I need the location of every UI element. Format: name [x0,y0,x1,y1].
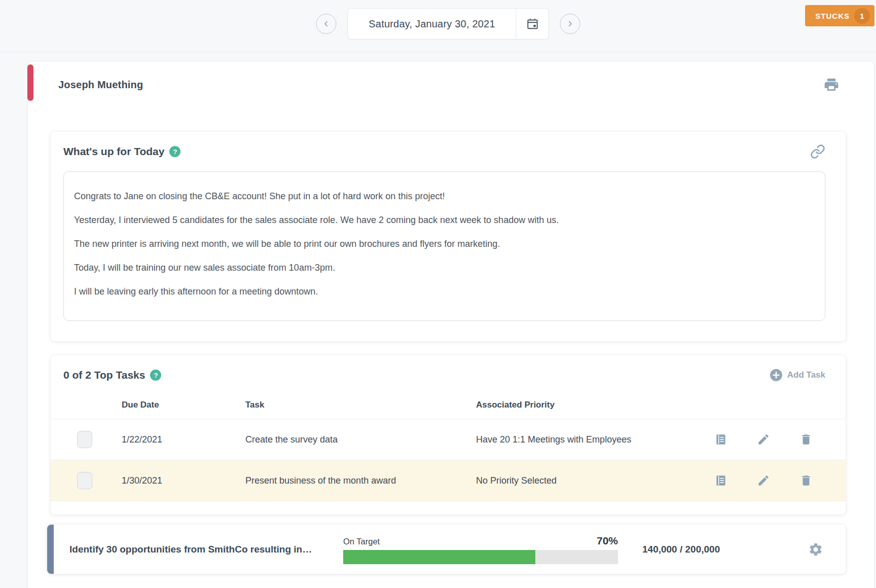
table-row: 1/22/2021 Create the survey data Have 20… [51,419,846,460]
editor-line: The new printer is arriving next month, … [74,232,813,256]
column-header-due-date: Due Date [122,400,245,410]
link-button[interactable] [810,144,825,159]
priority-title: Identify 30 opportunities from SmithCo r… [69,544,343,555]
help-icon[interactable]: ? [169,146,180,157]
previous-day-button[interactable] [316,14,337,34]
task-delete-button[interactable] [799,474,813,487]
printer-icon [823,77,840,93]
task-priority: Have 20 1:1 Meetings with Employees [476,434,700,445]
calendar-icon[interactable] [516,9,549,39]
whats-up-title: What's up for Today [63,145,164,158]
add-task-button[interactable]: Add Task [770,369,825,382]
editor-line: Congrats to Jane on closing the CB&E acc… [74,185,813,208]
progress-percent: 70% [597,535,618,547]
task-edit-button[interactable] [757,474,770,487]
progress-fill [343,550,535,564]
editor-line: Yesterday, I interviewed 5 candidates fo… [74,208,813,232]
help-icon[interactable]: ? [150,370,161,381]
print-button[interactable] [823,77,840,93]
chevron-right-icon [566,19,575,28]
task-due-date: 1/22/2021 [122,434,245,445]
task-notes-button[interactable] [714,433,727,446]
task-edit-button[interactable] [757,433,770,446]
notes-icon [714,433,727,446]
pencil-icon [757,474,770,487]
gear-icon [808,542,823,557]
trash-icon [799,433,813,446]
plus-circle-icon [770,369,783,382]
priority-settings-button[interactable] [808,542,823,557]
user-accent-bar [27,64,33,101]
whats-up-editor[interactable]: Congrats to Jane on closing the CB&E acc… [63,171,825,321]
editor-line: Today, I will be training our new sales … [74,256,813,280]
table-row: 1/30/2021 Present business of the month … [51,460,846,501]
column-header-task: Task [245,400,476,410]
date-navigation: Saturday, January 30, 2021 [316,8,580,40]
stucks-button[interactable]: STUCKS 1 [805,5,874,26]
task-name: Present business of the month award [245,475,476,486]
task-checkbox[interactable] [77,472,92,489]
task-delete-button[interactable] [799,433,813,446]
task-notes-button[interactable] [714,474,727,487]
column-header-priority: Associated Priority [476,400,700,410]
notes-icon [714,474,727,487]
stucks-count-badge: 1 [854,8,870,24]
priority-card: Identify 30 opportunities from SmithCo r… [47,525,846,574]
progress-bar-track [343,550,618,564]
top-tasks-section: 0 of 2 Top Tasks ? Add Task Due Date Tas… [51,355,846,514]
whats-up-section: What's up for Today ? Congrats to Jane o… [51,132,846,341]
priority-accent-bar [47,525,54,574]
add-task-label: Add Task [787,370,825,380]
priority-progress: On Target 70% [343,535,618,564]
stucks-label: STUCKS [815,12,850,20]
top-tasks-table: Due Date Task Associated Priority 1/22/2… [51,391,846,501]
user-name: Joseph Muething [58,79,143,91]
table-header-row: Due Date Task Associated Priority [51,391,846,419]
user-huddle-card: Joseph Muething What's up for Today ? [28,62,874,588]
top-bar: Saturday, January 30, 2021 STUCKS 1 [0,0,876,52]
task-checkbox[interactable] [77,431,92,448]
editor-line: I will be leaving early this afternoon f… [74,280,813,304]
task-priority: No Priority Selected [476,475,700,486]
current-date-label: Saturday, January 30, 2021 [348,9,516,39]
task-due-date: 1/30/2021 [122,475,245,486]
chevron-left-icon [322,19,331,28]
link-icon [810,144,825,159]
date-picker[interactable]: Saturday, January 30, 2021 [348,8,549,40]
user-card-header: Joseph Muething [28,62,874,92]
progress-status-label: On Target [343,537,380,546]
progress-values: 140,000 / 200,000 [642,544,808,555]
task-name: Create the survey data [245,434,476,445]
top-tasks-title: 0 of 2 Top Tasks [63,369,145,381]
next-day-button[interactable] [560,14,580,34]
pencil-icon [757,433,770,446]
trash-icon [799,474,813,487]
